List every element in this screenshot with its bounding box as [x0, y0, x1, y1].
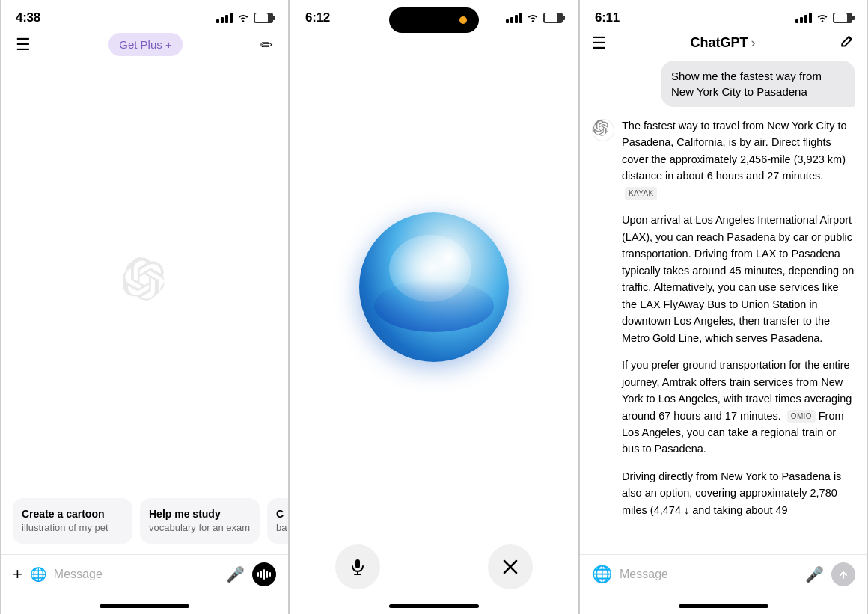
message-input-3[interactable]: Message — [620, 568, 798, 581]
svg-rect-1 — [260, 571, 262, 578]
send-arrow-icon — [838, 569, 849, 580]
status-bar-2: 6:12 — [290, 0, 578, 30]
globe-button-3[interactable]: 🌐 — [592, 565, 612, 584]
suggestion-card-title-2: C — [276, 507, 288, 521]
suggestion-card-1[interactable]: Help me study vocabulary for an exam — [140, 498, 260, 544]
svg-rect-2 — [263, 569, 265, 580]
suggestion-card-title-0: Create a cartoon — [22, 507, 123, 521]
chat-area: Show me the fastest way from New York Ci… — [580, 61, 867, 554]
suggestion-card-2[interactable]: C ba — [267, 498, 288, 544]
edit-icon[interactable]: ✏ — [260, 36, 273, 54]
input-bar-1: + 🌐 Message 🎤 — [1, 554, 288, 604]
user-message-bubble: Show me the fastest way from New York Ci… — [661, 61, 855, 107]
time-2: 6:12 — [305, 10, 330, 25]
message-input-placeholder[interactable]: Message — [54, 568, 218, 581]
battery-icon-1 — [254, 13, 273, 23]
home-bar-3 — [679, 604, 768, 608]
wifi-icon-2 — [526, 13, 540, 23]
microphone-button[interactable] — [335, 544, 380, 589]
source-badge-1: KAYAK — [625, 187, 657, 200]
svg-rect-0 — [257, 572, 259, 577]
hamburger-icon[interactable]: ☰ — [16, 35, 31, 55]
status-icons-1 — [216, 13, 273, 23]
status-icons-2 — [506, 13, 563, 23]
globe-icon[interactable]: 🌐 — [30, 566, 46, 583]
ai-para-4: Driving directly from New York to Pasade… — [622, 468, 855, 518]
suggestion-card-title-1: Help me study — [149, 507, 251, 521]
phone-1: 4:38 ☰ — [0, 0, 289, 614]
mic-icon — [349, 558, 367, 576]
ai-response-text: The fastest way to travel from New York … — [622, 117, 855, 518]
phones-container: 4:38 ☰ — [0, 0, 868, 614]
wifi-icon-3 — [816, 13, 829, 23]
title-chevron-icon: › — [751, 35, 756, 51]
ai-message-row: The fastest way to travel from New York … — [592, 117, 855, 518]
status-bar-1: 4:38 — [1, 0, 288, 30]
microphone-icon[interactable]: 🎤 — [226, 565, 245, 583]
blue-orb — [359, 212, 509, 362]
suggestion-card-sub-2: ba — [276, 522, 288, 535]
svg-rect-3 — [266, 571, 268, 578]
close-icon — [502, 559, 519, 575]
chatgpt-logo-icon — [122, 257, 167, 302]
chat-title-wrap[interactable]: ChatGPT › — [690, 35, 755, 51]
signal-icon-3 — [795, 13, 812, 23]
suggestion-card-sub-1: vocabulary for an exam — [149, 522, 251, 535]
waveform-icon — [257, 569, 271, 580]
dynamic-island — [389, 7, 479, 33]
waveform-button[interactable] — [252, 562, 276, 586]
phone3-header: ☰ ChatGPT › — [580, 30, 867, 61]
compose-svg — [839, 33, 855, 49]
suggestion-cards-row: Create a cartoon illustration of my pet … — [1, 498, 288, 554]
mic-button-3[interactable]: 🎤 — [805, 565, 824, 583]
phone1-center — [1, 62, 288, 498]
sidebar-toggle-3[interactable]: ☰ — [592, 34, 607, 53]
svg-rect-4 — [269, 572, 271, 577]
phone-2: 6:12 — [290, 0, 578, 614]
svg-rect-5 — [355, 559, 360, 568]
home-bar-2 — [389, 604, 479, 608]
wifi-icon-1 — [236, 13, 250, 23]
suggestion-card-0[interactable]: Create a cartoon illustration of my pet — [13, 498, 132, 544]
ai-avatar-icon — [592, 119, 614, 141]
status-icons-3 — [795, 13, 852, 23]
time-1: 4:38 — [16, 10, 40, 25]
time-3: 6:11 — [595, 10, 620, 25]
source-badge-2: OMIO — [787, 410, 816, 423]
suggestion-card-sub-0: illustration of my pet — [22, 522, 123, 535]
signal-icon-2 — [506, 13, 522, 23]
battery-icon-3 — [833, 13, 852, 23]
send-button-3[interactable] — [831, 562, 855, 586]
compose-icon-3[interactable] — [839, 33, 855, 53]
phone1-header: ☰ Get Plus + ✏ — [1, 30, 288, 62]
add-attachment-button[interactable]: + — [13, 565, 22, 584]
phone-3: 6:11 ☰ ChatGPT — [579, 0, 868, 614]
dynamic-island-dot — [459, 16, 467, 24]
home-bar-1 — [100, 604, 189, 608]
input-bar-3: 🌐 Message 🎤 — [580, 554, 867, 604]
signal-icon-1 — [216, 13, 233, 23]
ai-para-3: If you prefer ground transportation for … — [622, 357, 855, 458]
get-plus-button[interactable]: Get Plus + — [109, 33, 182, 56]
phone2-content — [290, 30, 578, 544]
status-bar-3: 6:11 — [580, 0, 867, 30]
battery-icon-2 — [543, 13, 563, 23]
ai-para-1: The fastest way to travel from New York … — [622, 117, 855, 201]
chat-title: ChatGPT — [690, 35, 748, 51]
ai-para-2: Upon arrival at Los Angeles Internationa… — [622, 212, 855, 346]
phone2-bottom-controls — [290, 544, 578, 604]
close-button[interactable] — [488, 544, 533, 589]
